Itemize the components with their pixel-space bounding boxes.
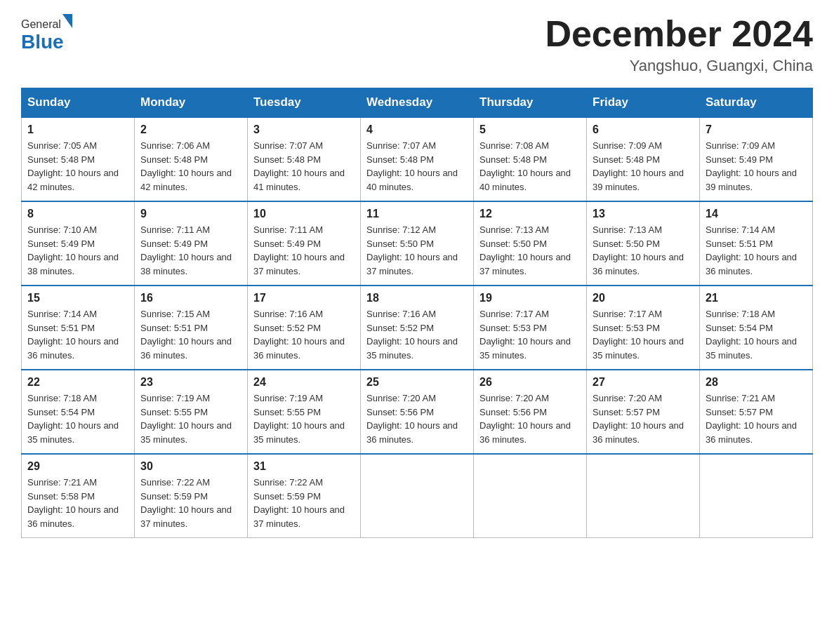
calendar-cell: 27Sunrise: 7:20 AMSunset: 5:57 PMDayligh…: [587, 370, 700, 454]
day-info: Sunrise: 7:22 AMSunset: 5:59 PMDaylight:…: [253, 476, 355, 530]
calendar-cell: 11Sunrise: 7:12 AMSunset: 5:50 PMDayligh…: [361, 201, 474, 286]
day-info: Sunrise: 7:19 AMSunset: 5:55 PMDaylight:…: [140, 391, 241, 446]
day-number: 2: [140, 123, 241, 136]
day-number: 27: [593, 376, 694, 389]
day-number: 16: [140, 292, 241, 304]
day-info: Sunrise: 7:20 AMSunset: 5:57 PMDaylight:…: [593, 391, 694, 446]
day-number: 23: [140, 376, 241, 389]
day-number: 9: [140, 208, 241, 220]
calendar-cell: 25Sunrise: 7:20 AMSunset: 5:56 PMDayligh…: [361, 370, 474, 454]
calendar-cell: 9Sunrise: 7:11 AMSunset: 5:49 PMDaylight…: [135, 201, 248, 286]
calendar-cell: 20Sunrise: 7:17 AMSunset: 5:53 PMDayligh…: [587, 286, 700, 370]
day-info: Sunrise: 7:11 AMSunset: 5:49 PMDaylight:…: [253, 223, 355, 278]
calendar-cell: 16Sunrise: 7:15 AMSunset: 5:51 PMDayligh…: [135, 286, 248, 370]
day-info: Sunrise: 7:19 AMSunset: 5:55 PMDaylight:…: [253, 391, 355, 446]
day-info: Sunrise: 7:21 AMSunset: 5:58 PMDaylight:…: [27, 476, 128, 530]
page-title: December 2024: [545, 14, 813, 54]
calendar-cell: 24Sunrise: 7:19 AMSunset: 5:55 PMDayligh…: [248, 370, 361, 454]
calendar-week-row: 1Sunrise: 7:05 AMSunset: 5:48 PMDaylight…: [22, 117, 813, 201]
calendar-cell: 19Sunrise: 7:17 AMSunset: 5:53 PMDayligh…: [474, 286, 587, 370]
calendar-cell: 10Sunrise: 7:11 AMSunset: 5:49 PMDayligh…: [248, 201, 361, 286]
logo: General Blue: [21, 14, 74, 53]
calendar-cell: 23Sunrise: 7:19 AMSunset: 5:55 PMDayligh…: [135, 370, 248, 454]
day-number: 3: [253, 123, 355, 136]
calendar-cell: 1Sunrise: 7:05 AMSunset: 5:48 PMDaylight…: [22, 117, 135, 201]
calendar-cell: 6Sunrise: 7:09 AMSunset: 5:48 PMDaylight…: [587, 117, 700, 201]
day-info: Sunrise: 7:20 AMSunset: 5:56 PMDaylight:…: [366, 391, 468, 446]
day-number: 13: [593, 208, 694, 220]
day-info: Sunrise: 7:07 AMSunset: 5:48 PMDaylight:…: [366, 139, 468, 194]
day-info: Sunrise: 7:22 AMSunset: 5:59 PMDaylight:…: [140, 476, 241, 530]
page-subtitle: Yangshuo, Guangxi, China: [545, 57, 813, 75]
logo-general-text: General: [21, 18, 61, 31]
day-number: 4: [366, 123, 468, 136]
calendar-cell: 18Sunrise: 7:16 AMSunset: 5:52 PMDayligh…: [361, 286, 474, 370]
day-number: 30: [140, 460, 241, 473]
day-number: 24: [253, 376, 355, 389]
day-info: Sunrise: 7:11 AMSunset: 5:49 PMDaylight:…: [140, 223, 241, 278]
calendar-cell: 5Sunrise: 7:08 AMSunset: 5:48 PMDaylight…: [474, 117, 587, 201]
day-number: 8: [27, 208, 128, 220]
calendar-weekday-tuesday: Tuesday: [248, 88, 361, 118]
day-number: 21: [706, 292, 807, 304]
day-number: 1: [27, 123, 128, 136]
calendar-weekday-saturday: Saturday: [700, 88, 813, 118]
day-info: Sunrise: 7:05 AMSunset: 5:48 PMDaylight:…: [27, 139, 128, 194]
day-number: 18: [366, 292, 468, 304]
calendar-cell: 31Sunrise: 7:22 AMSunset: 5:59 PMDayligh…: [248, 454, 361, 538]
day-info: Sunrise: 7:16 AMSunset: 5:52 PMDaylight:…: [366, 307, 468, 362]
day-number: 6: [593, 123, 694, 136]
day-number: 11: [366, 208, 468, 220]
calendar-week-row: 8Sunrise: 7:10 AMSunset: 5:49 PMDaylight…: [22, 201, 813, 286]
calendar-cell: 7Sunrise: 7:09 AMSunset: 5:49 PMDaylight…: [700, 117, 813, 201]
day-number: 17: [253, 292, 355, 304]
calendar-cell: 13Sunrise: 7:13 AMSunset: 5:50 PMDayligh…: [587, 201, 700, 286]
day-info: Sunrise: 7:07 AMSunset: 5:48 PMDaylight:…: [253, 139, 355, 194]
day-number: 5: [479, 123, 581, 136]
day-number: 28: [706, 376, 807, 389]
calendar-cell: 21Sunrise: 7:18 AMSunset: 5:54 PMDayligh…: [700, 286, 813, 370]
day-info: Sunrise: 7:10 AMSunset: 5:49 PMDaylight:…: [27, 223, 128, 278]
calendar-cell: 12Sunrise: 7:13 AMSunset: 5:50 PMDayligh…: [474, 201, 587, 286]
day-info: Sunrise: 7:21 AMSunset: 5:57 PMDaylight:…: [706, 391, 807, 446]
logo-triangle-icon: [62, 14, 72, 28]
day-info: Sunrise: 7:09 AMSunset: 5:49 PMDaylight:…: [706, 139, 807, 194]
day-info: Sunrise: 7:09 AMSunset: 5:48 PMDaylight:…: [593, 139, 694, 194]
calendar-cell: 22Sunrise: 7:18 AMSunset: 5:54 PMDayligh…: [22, 370, 135, 454]
day-number: 19: [479, 292, 581, 304]
day-info: Sunrise: 7:14 AMSunset: 5:51 PMDaylight:…: [27, 307, 128, 362]
day-number: 12: [479, 208, 581, 220]
day-number: 25: [366, 376, 468, 389]
calendar-cell: 29Sunrise: 7:21 AMSunset: 5:58 PMDayligh…: [22, 454, 135, 538]
calendar-weekday-monday: Monday: [135, 88, 248, 118]
page-header: General Blue December 2024 Yangshuo, Gua…: [21, 14, 813, 75]
calendar-cell: 4Sunrise: 7:07 AMSunset: 5:48 PMDaylight…: [361, 117, 474, 201]
calendar-weekday-sunday: Sunday: [22, 88, 135, 118]
calendar-cell: 15Sunrise: 7:14 AMSunset: 5:51 PMDayligh…: [22, 286, 135, 370]
title-area: December 2024 Yangshuo, Guangxi, China: [545, 14, 813, 75]
calendar-cell: [474, 454, 587, 538]
day-number: 15: [27, 292, 128, 304]
calendar-cell: 8Sunrise: 7:10 AMSunset: 5:49 PMDaylight…: [22, 201, 135, 286]
day-number: 10: [253, 208, 355, 220]
calendar-cell: 26Sunrise: 7:20 AMSunset: 5:56 PMDayligh…: [474, 370, 587, 454]
logo-blue-text: Blue: [21, 31, 64, 53]
calendar-week-row: 22Sunrise: 7:18 AMSunset: 5:54 PMDayligh…: [22, 370, 813, 454]
day-info: Sunrise: 7:13 AMSunset: 5:50 PMDaylight:…: [479, 223, 581, 278]
calendar-cell: [700, 454, 813, 538]
calendar-weekday-thursday: Thursday: [474, 88, 587, 118]
day-number: 31: [253, 460, 355, 473]
day-number: 29: [27, 460, 128, 473]
day-info: Sunrise: 7:14 AMSunset: 5:51 PMDaylight:…: [706, 223, 807, 278]
calendar-cell: [587, 454, 700, 538]
day-number: 20: [593, 292, 694, 304]
calendar-week-row: 29Sunrise: 7:21 AMSunset: 5:58 PMDayligh…: [22, 454, 813, 538]
calendar-table: SundayMondayTuesdayWednesdayThursdayFrid…: [21, 88, 813, 538]
day-info: Sunrise: 7:18 AMSunset: 5:54 PMDaylight:…: [706, 307, 807, 362]
calendar-cell: [361, 454, 474, 538]
day-info: Sunrise: 7:15 AMSunset: 5:51 PMDaylight:…: [140, 307, 241, 362]
calendar-weekday-wednesday: Wednesday: [361, 88, 474, 118]
day-info: Sunrise: 7:13 AMSunset: 5:50 PMDaylight:…: [593, 223, 694, 278]
calendar-cell: 30Sunrise: 7:22 AMSunset: 5:59 PMDayligh…: [135, 454, 248, 538]
calendar-cell: 28Sunrise: 7:21 AMSunset: 5:57 PMDayligh…: [700, 370, 813, 454]
